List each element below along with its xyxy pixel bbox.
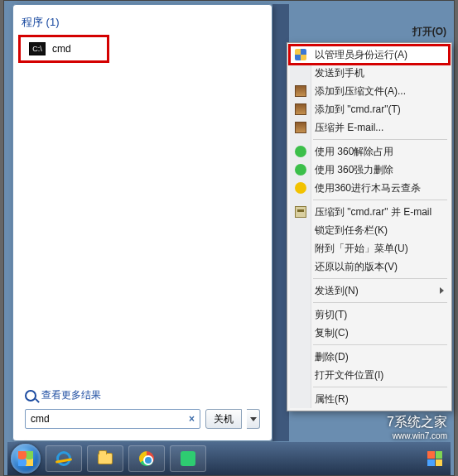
watermark-line1: 7系统之家 — [387, 415, 447, 429]
menu-item-label: 属性(R) — [315, 392, 349, 406]
shutdown-button[interactable]: 关机 — [205, 409, 242, 429]
context-menu: 打开(O) 以管理员身份运行(A)发送到手机添加到压缩文件(A)...添加到 "… — [287, 42, 452, 411]
see-more-results[interactable]: 查看更多结果 — [25, 388, 101, 402]
menu-item-label: 压缩到 "cmd.rar" 并 E-mail — [315, 205, 431, 219]
menu-item-label: 添加到压缩文件(A)... — [315, 84, 406, 99]
menu-separator — [313, 278, 447, 279]
menu-item[interactable]: 附到「开始」菜单(U) — [290, 239, 449, 257]
menu-item-label: 发送到手机 — [315, 66, 364, 80]
360-green-icon — [295, 164, 306, 175]
menu-separator — [313, 387, 447, 387]
menu-item[interactable]: 属性(R) — [290, 390, 449, 408]
menu-item-label: 剪切(T) — [315, 308, 347, 322]
menu-item-label: 以管理员身份运行(A) — [315, 48, 407, 62]
search-result-cmd[interactable]: C:\ cmd — [24, 39, 104, 59]
start-menu-panel: 程序 (1) C:\ cmd 查看更多结果 cmd × — [12, 4, 272, 441]
taskbar-chrome[interactable] — [128, 445, 165, 472]
search-result-label: cmd — [52, 43, 71, 55]
taskbar-360[interactable] — [170, 445, 206, 472]
taskbar-ie[interactable] — [46, 445, 82, 472]
shutdown-label: 关机 — [214, 412, 234, 426]
menu-item-label: 打开文件位置(I) — [315, 368, 383, 382]
taskbar-explorer[interactable] — [87, 445, 123, 472]
context-menu-default[interactable]: 打开(O) — [412, 25, 446, 39]
search-input-value: cmd — [31, 413, 50, 425]
menu-item[interactable]: 打开文件位置(I) — [290, 366, 449, 384]
see-more-label: 查看更多结果 — [41, 388, 101, 402]
menu-separator — [313, 200, 447, 200]
winrar-icon — [295, 103, 306, 115]
menu-item-label: 压缩并 E-mail... — [315, 121, 383, 135]
menu-separator — [313, 302, 447, 303]
taskbar — [7, 442, 451, 475]
screenshot-root: 程序 (1) C:\ cmd 查看更多结果 cmd × — [0, 0, 458, 476]
menu-item[interactable]: 添加到压缩文件(A)... — [290, 82, 449, 100]
menu-item-label: 发送到(N) — [315, 284, 359, 298]
menu-item[interactable]: 使用 360强力删除 — [290, 161, 449, 179]
clear-search-icon[interactable]: × — [189, 413, 195, 425]
menu-item-label: 还原以前的版本(V) — [315, 260, 398, 274]
chrome-icon — [139, 451, 154, 466]
desktop-area: 程序 (1) C:\ cmd 查看更多结果 cmd × — [3, 0, 455, 476]
search-icon — [25, 390, 36, 401]
start-button[interactable] — [11, 444, 41, 474]
cmd-icon: C:\ — [29, 42, 46, 55]
folder-icon — [98, 453, 113, 464]
menu-item-label: 复制(C) — [315, 326, 349, 340]
winrar-icon — [295, 122, 306, 133]
menu-item[interactable]: 使用360进行木马云查杀 — [290, 179, 449, 197]
submenu-arrow-icon — [440, 287, 444, 294]
menu-item[interactable]: 还原以前的版本(V) — [290, 257, 449, 276]
menu-item-label: 使用360进行木马云查杀 — [315, 181, 421, 195]
menu-item-label: 使用 360强力删除 — [315, 163, 393, 177]
menu-item-label: 锁定到任务栏(K) — [315, 224, 388, 238]
search-input[interactable]: cmd × — [25, 409, 200, 429]
360-green-icon — [295, 146, 306, 157]
menu-item[interactable]: 压缩到 "cmd.rar" 并 E-mail — [290, 203, 449, 221]
highlight-search-result: C:\ cmd — [18, 35, 109, 63]
menu-item-label: 添加到 "cmd.rar"(T) — [315, 103, 401, 117]
menu-item-label: 附到「开始」菜单(U) — [315, 242, 408, 256]
menu-item-label: 删除(D) — [315, 350, 349, 364]
menu-item[interactable]: 发送到手机 — [290, 64, 449, 82]
menu-item[interactable]: 添加到 "cmd.rar"(T) — [290, 100, 449, 118]
watermark-line2: www.win7.com — [387, 431, 447, 440]
menu-item[interactable]: 发送到(N) — [290, 281, 449, 300]
menu-separator — [313, 139, 447, 140]
menu-item[interactable]: 删除(D) — [290, 348, 449, 366]
security-icon — [181, 451, 195, 466]
category-programs: 程序 (1) — [18, 10, 267, 33]
chevron-down-icon — [250, 417, 257, 421]
menu-item[interactable]: 锁定到任务栏(K) — [290, 221, 449, 239]
winrar-icon — [295, 85, 306, 97]
watermark: 7系统之家 www.win7.com — [387, 414, 447, 440]
ie-icon — [56, 451, 71, 466]
menu-item[interactable]: 剪切(T) — [290, 305, 449, 324]
menu-item[interactable]: 压缩并 E-mail... — [290, 118, 449, 137]
menu-item[interactable]: 使用 360解除占用 — [290, 142, 449, 161]
menu-item-label: 使用 360解除占用 — [315, 145, 393, 159]
menu-item[interactable]: 复制(C) — [290, 324, 449, 342]
winrar-stack-icon — [295, 206, 306, 218]
menu-item[interactable]: 以管理员身份运行(A) — [290, 46, 449, 64]
menu-separator — [313, 344, 447, 345]
shutdown-split-button[interactable] — [247, 409, 260, 429]
360-yellow-icon — [295, 182, 306, 194]
action-center-icon[interactable] — [427, 451, 442, 466]
shield-icon — [295, 49, 306, 60]
